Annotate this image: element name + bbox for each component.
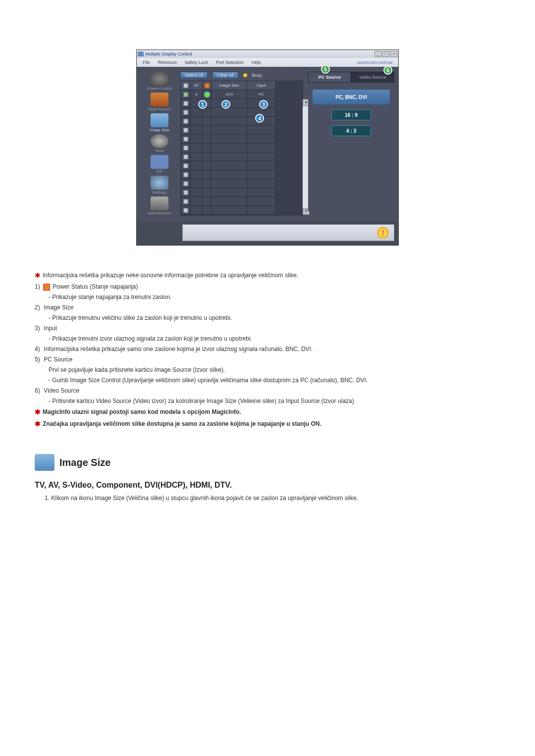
- sidebar-item-settings[interactable]: Settings: [141, 176, 178, 197]
- star-icon: ✱: [35, 420, 41, 428]
- list-number: 4): [35, 345, 42, 353]
- item-4-label: Informacijska rešetka prikazuje samo one…: [44, 346, 313, 353]
- item-1-label: Power Status (Stanje napajanja): [53, 283, 138, 290]
- power-status-icon: [43, 284, 50, 291]
- item-3-sub: - Prikazuje trenutni izvor ulaznog signa…: [35, 334, 500, 343]
- marker-2: 2: [221, 100, 230, 109]
- item-5-sub1: Prvi se pojavljuje kada pritisnete karti…: [35, 365, 500, 374]
- power-control-icon: [151, 72, 168, 86]
- table-row: [181, 152, 296, 161]
- menu-remocon[interactable]: Remocon: [154, 59, 181, 66]
- table-row: [181, 188, 296, 197]
- table-row: [181, 197, 296, 206]
- list-number: 2): [35, 303, 42, 312]
- marker-3: 3: [259, 100, 268, 109]
- right-panel: 5 6 PC Source Video Source PC, BNC, DVI …: [305, 72, 394, 217]
- marker-1: 1: [198, 100, 207, 109]
- row-image-size: 16:9: [212, 90, 247, 99]
- clear-all-button[interactable]: Clear All: [213, 72, 238, 79]
- sidebar-item-image-size[interactable]: Image Size: [141, 113, 178, 134]
- sidebar-item-power-control[interactable]: Power Control: [141, 72, 178, 93]
- star-icon: ✱: [35, 408, 41, 416]
- menu-safety-lock[interactable]: Safety Lock: [181, 59, 212, 66]
- pip-icon: [151, 155, 168, 169]
- maintenance-icon: [151, 197, 168, 210]
- table-row: [181, 135, 296, 144]
- sidebar-item-input-source[interactable]: Input Source: [141, 93, 178, 113]
- sidebar: Power Control Input Source Image Size Ti…: [141, 72, 178, 217]
- table-row: [181, 144, 296, 152]
- list-number: 5): [35, 355, 42, 364]
- note-1: MagicInfo ulazni signal postoji samo kod…: [43, 408, 241, 415]
- list-number: 6): [35, 386, 42, 395]
- status-bar: !: [182, 224, 394, 241]
- list-number: 1): [35, 282, 42, 291]
- explanation-list: ✱Informacijska rešetka prikazuje neke os…: [35, 270, 500, 429]
- table-row: [181, 179, 296, 188]
- item-2-label: Image Size: [44, 304, 73, 311]
- table-row: [181, 126, 296, 135]
- ratio-43-button[interactable]: 4 : 3: [331, 125, 371, 136]
- table-row: [181, 108, 296, 117]
- table-row[interactable]: ✓ 0 16:9 PC: [181, 90, 296, 99]
- item-5-label: PC Source: [44, 356, 72, 363]
- menu-file[interactable]: File: [139, 59, 154, 66]
- section-heading: Image Size: [35, 454, 500, 471]
- header-power: [203, 81, 212, 90]
- note-2: Značajka upravljanja veličinom slike dos…: [43, 420, 321, 427]
- item-6-label: Video Source: [44, 387, 79, 394]
- table-row: [181, 117, 296, 126]
- time-icon: [151, 134, 168, 148]
- table-row: [181, 161, 296, 170]
- header-input: Input: [247, 81, 276, 90]
- brand-label: SAMSUNG DIGITall: [353, 59, 396, 66]
- sidebar-item-pip[interactable]: PIP: [141, 155, 178, 176]
- busy-label: Busy: [252, 73, 262, 78]
- ordered-item-1: 1. Klikom na ikonu Image Size (Veličina …: [35, 495, 500, 502]
- app-icon: [138, 51, 144, 56]
- grid-header: ✓ ID Image Size Input: [181, 81, 303, 90]
- warning-icon: !: [377, 227, 389, 239]
- tab-pc-source[interactable]: PC Source: [308, 72, 351, 83]
- app-window: Multiple Display Control _ □ × File Remo…: [136, 50, 399, 246]
- info-grid: ✓ ID Image Size Input ✓ 0 16:9 PC: [180, 81, 303, 215]
- row-checkbox[interactable]: ✓: [181, 90, 191, 99]
- image-size-section-icon: [35, 454, 54, 471]
- marker-5: 5: [321, 65, 330, 74]
- row-input: PC: [247, 90, 276, 99]
- titlebar: Multiple Display Control _ □ ×: [137, 50, 398, 58]
- marker-4: 4: [255, 114, 264, 123]
- table-row: [181, 170, 296, 179]
- item-5-sub2: - Gumb Image Size Control (Upravljanje v…: [35, 376, 500, 385]
- header-checkbox[interactable]: ✓: [181, 81, 191, 90]
- maximize-icon[interactable]: □: [382, 51, 389, 57]
- item-1-sub: - Prikazuje stanje napajanja za trenutni…: [35, 293, 500, 302]
- section-title: Image Size: [59, 457, 110, 468]
- sidebar-item-maintenance[interactable]: Maintenance: [141, 197, 178, 217]
- center-panel: Select All Clear All Busy ✓ ID Image Siz…: [178, 72, 305, 217]
- input-source-icon: [151, 93, 168, 106]
- ratio-169-button[interactable]: 16 : 9: [331, 109, 371, 120]
- source-group-label: PC, BNC, DVI: [313, 90, 390, 104]
- item-3-label: Input: [44, 325, 57, 332]
- item-6-sub: - Pritisnite karticu Video Source (Video…: [35, 397, 500, 405]
- intro-text: Informacijska rešetka prikazuje neke osn…: [43, 272, 298, 279]
- header-image-size: Image Size: [212, 81, 247, 90]
- sub-heading: TV, AV, S-Video, Component, DVI(HDCP), H…: [35, 481, 500, 490]
- menu-help[interactable]: Help: [248, 59, 265, 66]
- select-all-button[interactable]: Select All: [180, 72, 208, 79]
- star-icon: ✱: [35, 271, 41, 279]
- menu-port-selection[interactable]: Port Selection: [212, 59, 248, 66]
- marker-6: 6: [383, 66, 392, 75]
- list-number: 3): [35, 324, 42, 333]
- settings-icon: [151, 176, 168, 190]
- minimize-icon[interactable]: _: [374, 51, 381, 57]
- image-size-icon: [151, 113, 168, 127]
- menubar: File Remocon Safety Lock Port Selection …: [137, 58, 398, 67]
- close-icon[interactable]: ×: [390, 51, 397, 57]
- busy-status-icon: [243, 73, 247, 77]
- header-id: ID: [191, 81, 203, 90]
- item-2-sub: - Prikazuje trenutnu veličinu slike za z…: [35, 313, 500, 322]
- sidebar-item-time[interactable]: Time: [141, 134, 178, 155]
- window-title: Multiple Display Control: [145, 51, 374, 56]
